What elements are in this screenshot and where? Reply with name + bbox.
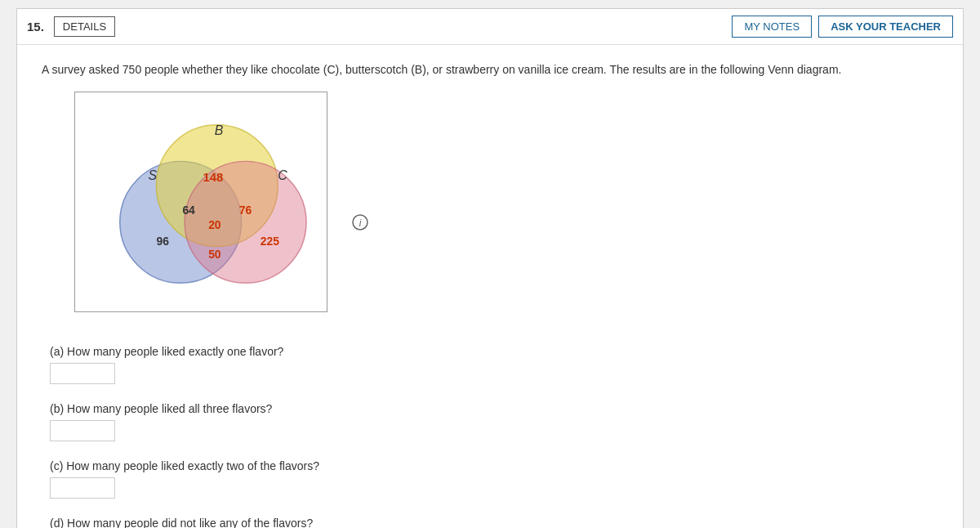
questions-area: (a) How many people liked exactly one fl… (42, 345, 938, 528)
svg-text:S: S (148, 168, 157, 182)
details-button[interactable]: DETAILS (54, 16, 115, 37)
answer-input-a[interactable] (50, 363, 115, 384)
my-notes-button[interactable]: MY NOTES (732, 16, 812, 38)
part-text-a: How many people liked exactly one flavor… (67, 345, 283, 358)
svg-text:64: 64 (182, 204, 195, 217)
svg-text:20: 20 (208, 218, 221, 231)
svg-text:i: i (359, 217, 362, 229)
answer-input-c[interactable] (50, 477, 115, 499)
question-label-c: (c) How many people liked exactly two of… (50, 459, 938, 472)
part-letter-d: (d) (50, 517, 64, 528)
part-text-b: How many people liked all three flavors? (67, 402, 272, 415)
svg-text:50: 50 (208, 248, 221, 261)
info-icon-area[interactable]: i (352, 214, 368, 234)
question-text: A survey asked 750 people whether they l… (42, 61, 938, 78)
part-letter-a: (a) (50, 345, 64, 358)
svg-text:225: 225 (261, 235, 279, 248)
part-text-c: How many people liked exactly two of the… (66, 459, 319, 472)
top-bar: 15. DETAILS MY NOTES ASK YOUR TEACHER (17, 9, 963, 45)
question-row-c: (c) How many people liked exactly two of… (50, 459, 938, 499)
page-container: 15. DETAILS MY NOTES ASK YOUR TEACHER A … (16, 8, 964, 528)
question-label-b: (b) How many people liked all three flav… (50, 402, 938, 415)
part-letter-b: (b) (50, 402, 64, 415)
question-row-d: (d) How many people did not like any of … (50, 517, 938, 528)
question-number: 15. (27, 20, 44, 34)
part-text-d: How many people did not like any of the … (67, 517, 313, 528)
svg-text:C: C (278, 168, 287, 182)
content-area: A survey asked 750 people whether they l… (17, 45, 963, 528)
venn-diagram: S B C 148 64 76 20 96 50 (74, 92, 327, 312)
right-top: MY NOTES ASK YOUR TEACHER (732, 16, 953, 38)
ask-teacher-button[interactable]: ASK YOUR TEACHER (818, 16, 953, 38)
question-label-a: (a) How many people liked exactly one fl… (50, 345, 938, 358)
question-row-b: (b) How many people liked all three flav… (50, 402, 938, 441)
svg-text:96: 96 (157, 235, 170, 248)
svg-text:B: B (215, 123, 224, 137)
svg-text:148: 148 (203, 171, 223, 184)
info-icon: i (352, 214, 368, 230)
svg-text:76: 76 (239, 204, 252, 217)
question-row-a: (a) How many people liked exactly one fl… (50, 345, 938, 384)
answer-input-b[interactable] (50, 420, 115, 441)
left-top: 15. DETAILS (27, 16, 115, 37)
part-letter-c: (c) (50, 459, 63, 472)
question-label-d: (d) How many people did not like any of … (50, 517, 938, 528)
